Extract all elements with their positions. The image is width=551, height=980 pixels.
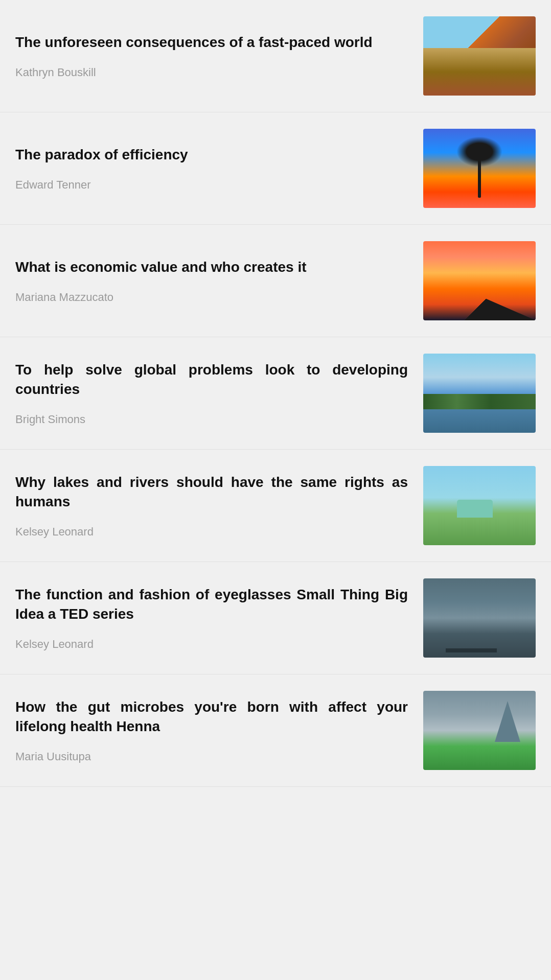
article-text: The paradox of efficiencyEdward Tenner xyxy=(15,145,423,192)
article-title: The unforeseen consequences of a fast-pa… xyxy=(15,33,408,52)
article-thumbnail xyxy=(423,354,536,433)
article-title: To help solve global problems look to de… xyxy=(15,360,408,399)
article-title: The function and fashion of eyeglasses S… xyxy=(15,585,408,624)
list-item[interactable]: How the gut microbes you're born with af… xyxy=(0,674,551,787)
article-thumbnail xyxy=(423,578,536,658)
list-item[interactable]: Why lakes and rivers should have the sam… xyxy=(0,450,551,562)
article-thumbnail xyxy=(423,466,536,545)
article-author: Kathryn Bouskill xyxy=(15,66,408,79)
article-title: Why lakes and rivers should have the sam… xyxy=(15,473,408,511)
article-text: Why lakes and rivers should have the sam… xyxy=(15,473,423,539)
article-thumbnail xyxy=(423,16,536,96)
article-list: The unforeseen consequences of a fast-pa… xyxy=(0,0,551,787)
article-thumbnail xyxy=(423,691,536,770)
article-thumbnail xyxy=(423,129,536,208)
article-author: Edward Tenner xyxy=(15,178,408,192)
article-title: How the gut microbes you're born with af… xyxy=(15,697,408,736)
list-item[interactable]: What is economic value and who creates i… xyxy=(0,225,551,337)
article-text: The unforeseen consequences of a fast-pa… xyxy=(15,33,423,80)
article-author: Bright Simons xyxy=(15,413,408,426)
article-author: Mariana Mazzucato xyxy=(15,291,408,304)
list-item[interactable]: The function and fashion of eyeglasses S… xyxy=(0,562,551,674)
article-author: Maria Uusitupa xyxy=(15,750,408,763)
article-title: What is economic value and who creates i… xyxy=(15,258,408,277)
article-author: Kelsey Leonard xyxy=(15,638,408,651)
list-item[interactable]: The unforeseen consequences of a fast-pa… xyxy=(0,0,551,112)
article-text: The function and fashion of eyeglasses S… xyxy=(15,585,423,651)
article-thumbnail xyxy=(423,241,536,320)
article-text: To help solve global problems look to de… xyxy=(15,360,423,427)
article-title: The paradox of efficiency xyxy=(15,145,408,165)
list-item[interactable]: The paradox of efficiencyEdward Tenner xyxy=(0,112,551,225)
article-text: What is economic value and who creates i… xyxy=(15,258,423,305)
article-author: Kelsey Leonard xyxy=(15,525,408,539)
article-text: How the gut microbes you're born with af… xyxy=(15,697,423,764)
list-item[interactable]: To help solve global problems look to de… xyxy=(0,337,551,450)
